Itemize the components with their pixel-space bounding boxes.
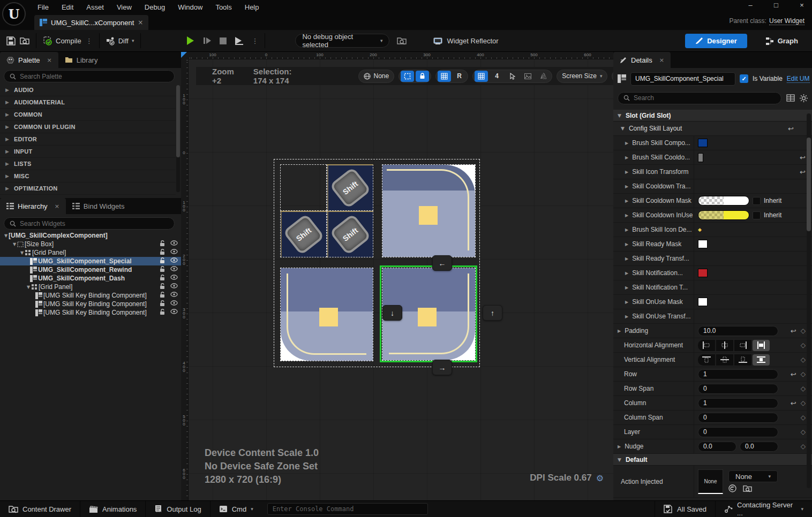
reset-to-default-icon[interactable]: ↩ bbox=[791, 327, 796, 335]
reset-to-default-icon[interactable]: ↩ bbox=[791, 399, 796, 407]
bind-diamond-icon[interactable]: ◇ bbox=[801, 399, 806, 407]
selection-outline-toggle[interactable] bbox=[401, 71, 414, 82]
tab-library[interactable]: Library bbox=[58, 52, 104, 68]
color-swatch-white[interactable] bbox=[698, 240, 708, 248]
expander-icon[interactable]: ▶ bbox=[5, 186, 9, 191]
palette-category-common[interactable]: ▶COMMON bbox=[0, 109, 176, 121]
nudge-x-input[interactable] bbox=[698, 442, 736, 452]
key-cell-shift-3[interactable]: Shift bbox=[327, 211, 373, 257]
expander-icon[interactable]: ▶ bbox=[5, 87, 9, 93]
halign-left-button[interactable] bbox=[698, 340, 715, 351]
expander-icon[interactable]: ▶ bbox=[5, 173, 9, 179]
bind-diamond-icon[interactable]: ◇ bbox=[801, 327, 806, 334]
lock-icon[interactable] bbox=[160, 240, 166, 247]
menu-asset[interactable]: Asset bbox=[80, 1, 110, 13]
menu-file[interactable]: File bbox=[31, 1, 55, 13]
key-binding-grid[interactable]: Shift Shift Shift bbox=[280, 164, 373, 257]
step-forward-icon[interactable] bbox=[202, 36, 212, 45]
maximize-button[interactable]: □ bbox=[770, 1, 782, 9]
details-settings-gear-icon[interactable] bbox=[800, 94, 808, 102]
inherit-checkbox[interactable] bbox=[753, 211, 761, 219]
expander-icon[interactable]: ▶ bbox=[5, 161, 9, 166]
color-bar-white[interactable] bbox=[698, 196, 749, 206]
valign-bottom-button[interactable] bbox=[734, 354, 751, 366]
halign-center-button[interactable] bbox=[716, 340, 733, 351]
property-padding[interactable]: ▶Padding ↩◇ bbox=[613, 324, 812, 338]
tab-details[interactable]: Details × bbox=[613, 52, 671, 68]
property-skill-notification-transform[interactable]: ▶Skill Notification T... bbox=[613, 280, 812, 295]
dpi-gear-icon[interactable]: ⚙ bbox=[596, 473, 604, 483]
hierarchy-search[interactable] bbox=[4, 217, 175, 230]
stop-button-icon[interactable] bbox=[219, 37, 227, 45]
graph-mode-button[interactable]: Graph bbox=[765, 34, 798, 48]
tab-palette[interactable]: Palette × bbox=[0, 52, 58, 68]
bind-diamond-icon[interactable]: ◇ bbox=[801, 356, 806, 363]
content-drawer-button[interactable]: Content Drawer bbox=[0, 501, 80, 517]
valign-fill-button[interactable] bbox=[753, 354, 770, 366]
visibility-eye-icon[interactable] bbox=[170, 275, 178, 281]
play-button-icon[interactable] bbox=[185, 35, 196, 46]
bind-diamond-icon[interactable]: ◇ bbox=[801, 443, 806, 450]
bind-diamond-icon[interactable]: ◇ bbox=[801, 385, 806, 392]
tab-hierarchy[interactable]: Hierarchy × bbox=[0, 198, 66, 214]
widget-name-input[interactable] bbox=[630, 72, 735, 86]
palette-scrollbar[interactable] bbox=[176, 85, 180, 192]
property-row[interactable]: Row ↩◇ bbox=[613, 367, 812, 382]
skill-card-dash[interactable] bbox=[280, 268, 373, 361]
key-cell-shift-1[interactable]: Shift bbox=[327, 164, 373, 211]
expander-icon[interactable]: ▶ bbox=[5, 124, 9, 130]
visibility-eye-icon[interactable] bbox=[170, 257, 178, 264]
snap-grid-size[interactable]: 4 bbox=[490, 71, 503, 82]
palette-category-audio[interactable]: ▶AUDIO bbox=[0, 84, 176, 96]
property-brush-skill-cooldown[interactable]: ▶Brush Skill Cooldo... ↩ bbox=[613, 150, 812, 165]
lock-icon[interactable] bbox=[160, 257, 166, 264]
palette-tab-close-icon[interactable]: × bbox=[47, 57, 51, 64]
key-cell-shift-2[interactable]: Shift bbox=[280, 211, 327, 257]
palette-category-optimization[interactable]: ▶OPTIMIZATION bbox=[0, 183, 176, 195]
property-nudge[interactable]: ▶Nudge ◇ bbox=[613, 439, 812, 454]
action-injected-dropdown[interactable]: None ▾ bbox=[728, 470, 778, 482]
nudge-down-button[interactable]: ↓ bbox=[382, 305, 402, 321]
palette-search-input[interactable] bbox=[20, 73, 169, 80]
visibility-eye-icon[interactable] bbox=[170, 292, 178, 298]
diff-button[interactable]: Diff ▾ bbox=[106, 36, 134, 45]
details-scrollbar[interactable] bbox=[807, 113, 811, 488]
bind-diamond-icon[interactable]: ◇ bbox=[801, 428, 806, 436]
menu-window[interactable]: Window bbox=[171, 1, 209, 13]
play-options-icon[interactable]: ⋮ bbox=[251, 37, 258, 45]
collapse-icon[interactable]: ▼ bbox=[12, 242, 17, 247]
property-skill-cooldown-inuse[interactable]: ▶Skill Cooldown InUse Inherit bbox=[613, 208, 812, 223]
color-swatch-white[interactable] bbox=[698, 298, 708, 306]
bind-diamond-icon[interactable]: ◇ bbox=[801, 414, 806, 421]
lock-icon[interactable] bbox=[160, 309, 166, 315]
column-span-input[interactable] bbox=[698, 413, 778, 423]
property-vertical-alignment[interactable]: Vertical Alignment ◇ bbox=[613, 353, 812, 367]
lock-icon[interactable] bbox=[160, 249, 166, 255]
localization-preview-dropdown[interactable]: None bbox=[358, 70, 395, 83]
property-action-injected[interactable]: Action Injected None None ▾ bbox=[613, 466, 812, 498]
tree-row-keybinding-1[interactable]: [UMG Skill Key Binding Component] bbox=[0, 291, 181, 300]
details-tab-close-icon[interactable]: × bbox=[659, 57, 664, 64]
menu-view[interactable]: View bbox=[110, 1, 138, 13]
category-config-skill-layout[interactable]: ▼Config Skill Layout↩ bbox=[613, 121, 812, 136]
bind-diamond-icon[interactable]: ◇ bbox=[801, 341, 806, 349]
collapse-icon[interactable]: ▼ bbox=[19, 250, 25, 255]
brush-swatch-gray[interactable] bbox=[698, 153, 703, 162]
close-window-button[interactable]: × bbox=[796, 1, 808, 9]
property-horizontal-alignment[interactable]: Horizontal Alignment ◇ bbox=[613, 338, 812, 353]
designer-canvas[interactable]: Shift Shift Shift bbox=[189, 59, 613, 500]
palette-category-editor[interactable]: ▶EDITOR bbox=[0, 133, 176, 146]
visibility-eye-icon[interactable] bbox=[170, 266, 178, 272]
parent-class-link[interactable]: User Widget bbox=[769, 17, 805, 25]
nudge-up-button[interactable]: ↑ bbox=[483, 305, 502, 321]
property-skill-icon-transform[interactable]: ▶Skill Icon Transform ↩ bbox=[613, 165, 812, 179]
reset-to-default-icon[interactable]: ↩ bbox=[788, 125, 794, 133]
menu-debug[interactable]: Debug bbox=[138, 1, 171, 13]
nudge-left-button[interactable]: ← bbox=[432, 255, 452, 271]
output-log-button[interactable]: Output Log bbox=[146, 501, 210, 517]
color-bar-yellow[interactable] bbox=[698, 210, 749, 220]
expander-icon[interactable]: ▶ bbox=[5, 112, 9, 117]
property-row-span[interactable]: Row Span ◇ bbox=[613, 382, 812, 396]
valign-top-button[interactable] bbox=[698, 354, 715, 366]
property-skill-notification[interactable]: ▶Skill Notification... bbox=[613, 266, 812, 280]
